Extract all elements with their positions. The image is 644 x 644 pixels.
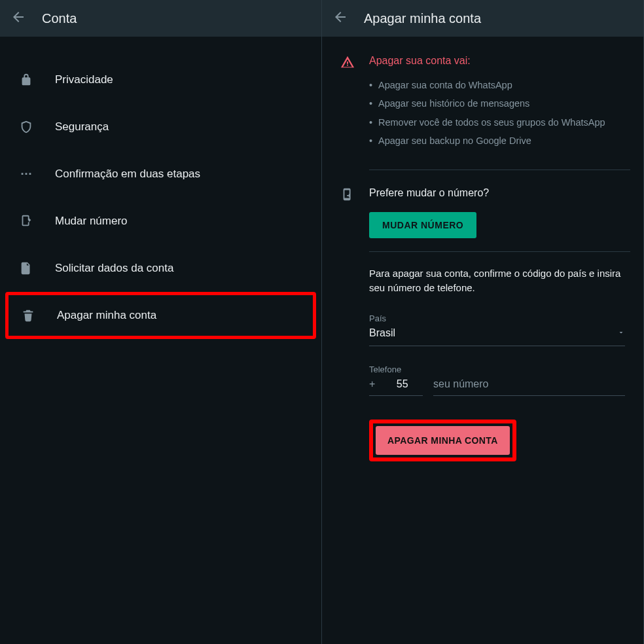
document-icon — [18, 261, 34, 276]
change-body: Prefere mudar o número? MUDAR NÚMERO — [369, 187, 625, 238]
highlight-delete-button: APAGAR MINHA CONTA — [369, 420, 516, 461]
country-label: País — [369, 313, 625, 323]
change-number-button[interactable]: MUDAR NÚMERO — [369, 212, 476, 238]
list-item-two-step[interactable]: Confirmação em duas etapas — [0, 151, 321, 198]
warning-title: Apagar sua conta vai: — [369, 55, 625, 67]
shield-icon — [18, 120, 34, 134]
phone-change-icon — [340, 187, 355, 204]
list-item-change-number[interactable]: Mudar número — [0, 198, 321, 245]
change-number-prompt: Prefere mudar o número? — [369, 187, 625, 199]
warning-block: Apagar sua conta vai: Apagar sua conta d… — [335, 37, 630, 166]
list-item-delete-account[interactable]: Apagar minha conta — [9, 295, 313, 336]
settings-list: Privacidade Segurança Confirmação em dua… — [0, 37, 321, 339]
list-item-label: Privacidade — [55, 73, 313, 86]
list-item-privacy[interactable]: Privacidade — [0, 56, 321, 103]
account-settings-pane: Conta Privacidade Segurança Confirmação … — [0, 0, 322, 644]
lock-icon — [18, 73, 34, 87]
delete-form: Para apagar sua conta, confirme o código… — [335, 252, 630, 467]
app-bar: Apagar minha conta — [322, 0, 643, 37]
country-code-field[interactable]: + 55 — [369, 378, 423, 396]
list-item-label: Confirmação em duas etapas — [55, 168, 313, 181]
list-item-request-info[interactable]: Solicitar dados da conta — [0, 245, 321, 292]
list-item-label: Mudar número — [55, 215, 313, 228]
change-number-block: Prefere mudar o número? MUDAR NÚMERO — [335, 170, 630, 247]
phone-label: Telefone — [369, 365, 625, 374]
country-code-value: 55 — [382, 378, 423, 390]
send-phone-icon — [18, 214, 34, 228]
chevron-down-icon — [617, 327, 625, 339]
list-item-label: Apagar minha conta — [57, 309, 305, 322]
country-value: Brasil — [369, 327, 395, 339]
app-bar: Conta — [0, 0, 321, 37]
warning-item: Remover você de todos os seus grupos do … — [369, 113, 625, 132]
delete-account-pane: Apagar minha conta Apagar sua conta vai:… — [322, 0, 644, 644]
delete-account-button[interactable]: APAGAR MINHA CONTA — [376, 426, 510, 455]
highlight-delete-account: Apagar minha conta — [5, 292, 316, 339]
warning-body: Apagar sua conta vai: Apagar sua conta d… — [369, 55, 625, 150]
list-item-security[interactable]: Segurança — [0, 103, 321, 151]
page-title: Conta — [42, 11, 77, 26]
warning-icon — [340, 55, 355, 150]
form-instructions: Para apagar sua conta, confirme o código… — [369, 266, 625, 295]
phone-row: + 55 — [369, 378, 625, 396]
warning-item: Apagar sua conta do WhatsApp — [369, 76, 625, 94]
back-icon[interactable] — [332, 9, 348, 27]
back-icon[interactable] — [10, 9, 26, 27]
warning-item: Apagar seu backup no Google Drive — [369, 132, 625, 150]
warning-item: Apagar seu histórico de mensagens — [369, 94, 625, 113]
list-item-label: Segurança — [55, 120, 313, 134]
content: Apagar sua conta vai: Apagar sua conta d… — [322, 37, 643, 467]
phone-number-input[interactable] — [433, 378, 625, 396]
plus-sign: + — [369, 378, 375, 390]
country-select[interactable]: Brasil — [369, 327, 625, 346]
page-title: Apagar minha conta — [364, 11, 481, 26]
warning-list: Apagar sua conta do WhatsApp Apagar seu … — [369, 76, 625, 150]
pin-icon — [18, 167, 34, 181]
list-item-label: Solicitar dados da conta — [55, 262, 313, 275]
trash-icon — [20, 308, 36, 323]
